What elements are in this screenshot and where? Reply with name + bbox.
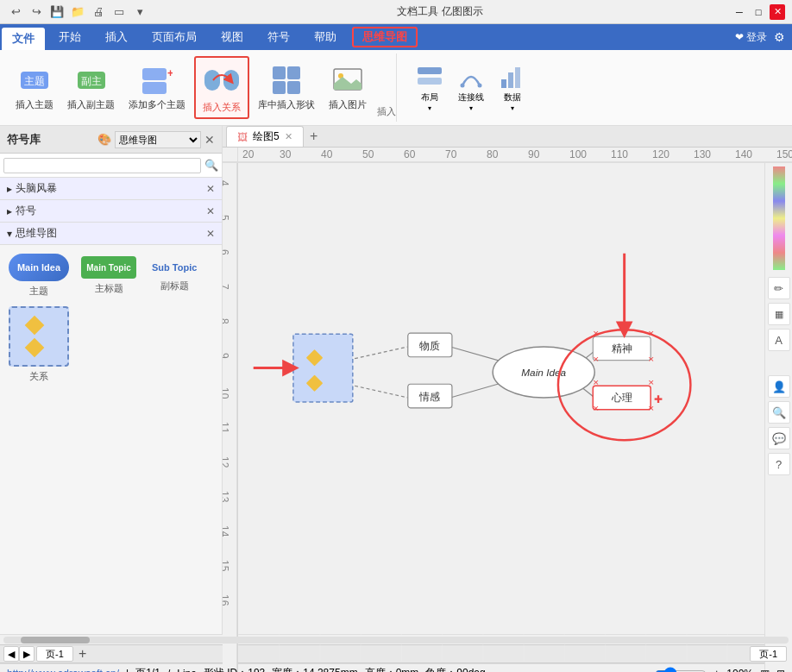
quick-btn-open[interactable]: 📁 bbox=[69, 3, 86, 21]
right-btn-person[interactable]: 👤 bbox=[768, 375, 790, 398]
settings-button[interactable]: ⚙ bbox=[774, 30, 785, 44]
shape-main-topic[interactable]: Main Topic 主标题 bbox=[81, 256, 136, 295]
shape-main-idea[interactable]: Main Idea 主题 bbox=[9, 254, 69, 298]
shape-relation-item[interactable]: 关系 bbox=[9, 306, 69, 383]
insert-group-label: 插入 bbox=[377, 105, 396, 118]
svg-rect-15 bbox=[418, 67, 442, 74]
page-nav-next[interactable]: ▶ bbox=[19, 646, 35, 662]
layout-dropdown-icon: ▾ bbox=[428, 104, 431, 112]
quick-btn-save[interactable]: 💾 bbox=[48, 3, 66, 21]
svg-text:15: 15 bbox=[223, 560, 230, 572]
svg-text:5: 5 bbox=[223, 215, 230, 221]
panel-search-input[interactable] bbox=[3, 158, 201, 173]
quick-btn-print[interactable]: 🖨 bbox=[90, 3, 107, 21]
panel-color-icon[interactable]: 🎨 bbox=[97, 133, 111, 146]
svg-text:8: 8 bbox=[223, 318, 230, 324]
maximize-button[interactable]: □ bbox=[751, 4, 766, 20]
category-symbol-icon: ▸ bbox=[7, 205, 12, 217]
connector-button[interactable]: 连接线 ▾ bbox=[454, 61, 488, 114]
tab-drawing5-close[interactable]: ✕ bbox=[285, 131, 292, 142]
category-symbol-close[interactable]: ✕ bbox=[206, 205, 215, 217]
search-icon[interactable]: 🔍 bbox=[204, 159, 218, 172]
page-tab-1[interactable]: 页-1 bbox=[36, 646, 73, 662]
ruler-corner bbox=[223, 148, 238, 162]
menu-item-layout[interactable]: 页面布局 bbox=[140, 24, 209, 50]
svg-text:9: 9 bbox=[223, 353, 230, 359]
svg-text:4: 4 bbox=[223, 180, 230, 186]
svg-text:物质: 物质 bbox=[419, 340, 440, 352]
minimize-button[interactable]: ─ bbox=[732, 4, 747, 20]
title-bar-title: 文档工具 亿图图示 bbox=[397, 4, 482, 19]
svg-text:100: 100 bbox=[569, 148, 587, 160]
menu-item-symbol[interactable]: 符号 bbox=[255, 24, 302, 50]
insert-sub-topic-button[interactable]: 副主 插入副主题 bbox=[62, 60, 120, 115]
login-button[interactable]: ❤ 登录 bbox=[735, 30, 767, 45]
insert-image-button[interactable]: 插入图片 bbox=[324, 60, 372, 115]
panel-header: 符号库 🎨 思维导图 ✕ bbox=[0, 126, 222, 154]
insert-from-library-button[interactable]: 库中插入形状 bbox=[253, 60, 320, 115]
quick-btn-shape[interactable]: ▭ bbox=[110, 3, 128, 21]
status-sep-1: | bbox=[126, 668, 129, 673]
category-brainstorm-close[interactable]: ✕ bbox=[206, 183, 215, 195]
tab-drawing5-label: 绘图5 bbox=[253, 129, 280, 144]
category-mindmap-close[interactable]: ✕ bbox=[206, 228, 215, 240]
menu-item-mindmap[interactable]: 思维导图 bbox=[352, 27, 418, 47]
shape-sub-topic[interactable]: Sub Topic 副标题 bbox=[148, 259, 200, 292]
category-brainstorm[interactable]: ▸ 头脑风暴 ✕ bbox=[0, 178, 222, 200]
svg-text:70: 70 bbox=[445, 148, 457, 160]
quick-btn-redo[interactable]: ↪ bbox=[28, 3, 45, 21]
menu-item-help[interactable]: 帮助 bbox=[302, 24, 349, 50]
panel-title: 符号库 bbox=[7, 132, 41, 148]
panel-close-button[interactable]: ✕ bbox=[204, 133, 215, 147]
status-link[interactable]: http://www.edrawsoft.cn/ bbox=[7, 668, 119, 673]
insert-topic-button[interactable]: 主题 插入主题 bbox=[10, 60, 59, 115]
close-button[interactable]: ✕ bbox=[770, 4, 785, 20]
svg-rect-10 bbox=[287, 66, 300, 79]
main-topic-shape: Main Topic bbox=[81, 256, 136, 279]
layout-button[interactable]: 布局 ▾ bbox=[412, 61, 447, 114]
status-view-fit[interactable]: ⊞ bbox=[776, 668, 785, 673]
data-button[interactable]: 数据 ▾ bbox=[495, 61, 530, 114]
title-bar-left: ↩ ↪ 💾 📁 🖨 ▭ ▾ bbox=[7, 3, 148, 21]
right-btn-text[interactable]: A bbox=[768, 329, 790, 351]
quick-btn-undo[interactable]: ↩ bbox=[7, 3, 24, 21]
menu-item-file[interactable]: 文件 bbox=[2, 28, 45, 50]
right-btn-search[interactable]: 🔍 bbox=[768, 401, 790, 424]
right-btn-help[interactable]: ? bbox=[768, 453, 790, 475]
svg-text:16: 16 bbox=[223, 594, 230, 606]
panel-category-select[interactable]: 思维导图 bbox=[115, 131, 201, 148]
svg-rect-4 bbox=[142, 68, 167, 80]
right-btn-chat[interactable]: 💬 bbox=[768, 427, 790, 449]
svg-text:12: 12 bbox=[223, 456, 230, 468]
right-btn-fill[interactable]: ▦ bbox=[768, 303, 790, 325]
svg-text:情感: 情感 bbox=[418, 391, 440, 403]
tab-drawing5[interactable]: 🖼 绘图5 ✕ bbox=[226, 126, 304, 147]
mind-map-canvas[interactable]: 物质 情感 Main Idea 精神 × × × bbox=[238, 163, 764, 672]
svg-text:副主: 副主 bbox=[81, 75, 102, 87]
category-symbol[interactable]: ▸ 符号 ✕ bbox=[0, 200, 222, 223]
shape-preview-area: Main Idea 主题 Main Topic 主标题 Sub Topic 副标… bbox=[0, 245, 222, 392]
relation-diamond-2 bbox=[25, 338, 45, 358]
insert-relation-button[interactable]: 插入关系 bbox=[194, 56, 249, 119]
menu-item-insert[interactable]: 插入 bbox=[93, 24, 140, 50]
page-nav-prev[interactable]: ◀ bbox=[3, 646, 19, 662]
svg-text:120: 120 bbox=[652, 148, 669, 160]
ribbon: 主题 插入主题 副主 插入副主题 + 添加多个主题 bbox=[0, 50, 792, 126]
menu-right: ❤ 登录 ⚙ bbox=[735, 24, 792, 50]
scrollbar-h-thumb[interactable] bbox=[21, 637, 90, 644]
layout-label: 布局 bbox=[421, 91, 438, 104]
ruler-h-marks: 20 30 40 50 60 70 80 90 100 110 120 130 … bbox=[238, 148, 792, 162]
menu-item-start[interactable]: 开始 bbox=[47, 24, 93, 50]
svg-text:精神: 精神 bbox=[612, 342, 632, 355]
category-mindmap[interactable]: ▾ 思维导图 ✕ bbox=[0, 223, 222, 245]
menu-item-view[interactable]: 视图 bbox=[209, 24, 255, 50]
add-multi-topic-button[interactable]: + 添加多个主题 bbox=[123, 60, 191, 115]
quick-btn-more[interactable]: ▾ bbox=[131, 3, 148, 21]
sub-topic-label: 副标题 bbox=[160, 279, 189, 292]
insert-relation-label: 插入关系 bbox=[203, 101, 241, 114]
category-symbol-label: 符号 bbox=[16, 204, 36, 218]
new-tab-button[interactable]: + bbox=[304, 126, 324, 147]
page-add-button[interactable]: + bbox=[75, 646, 91, 662]
svg-text:10: 10 bbox=[223, 387, 230, 399]
right-btn-pencil[interactable]: ✏ bbox=[768, 277, 790, 299]
